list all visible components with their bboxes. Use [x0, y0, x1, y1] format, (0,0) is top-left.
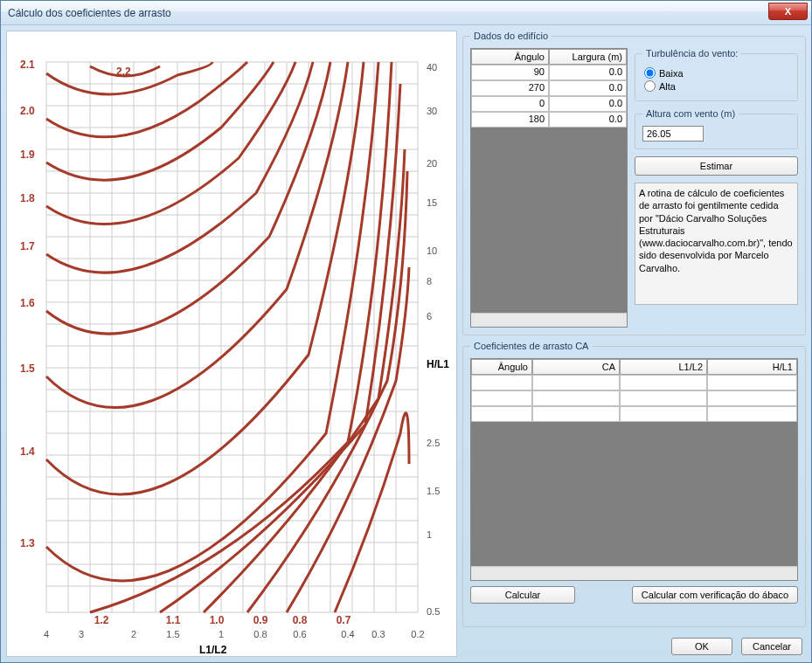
svg-text:0.8: 0.8 [293, 614, 308, 626]
svg-text:10: 10 [427, 245, 437, 256]
altura-input[interactable] [642, 126, 704, 142]
turbulencia-fieldset: Turbulência do vento: Baixa Alta [635, 48, 798, 101]
close-icon: X [785, 6, 791, 17]
svg-text:2.1: 2.1 [20, 59, 35, 71]
svg-text:20: 20 [427, 158, 437, 169]
svg-text:1.4: 1.4 [20, 445, 35, 458]
svg-text:2: 2 [131, 629, 136, 639]
svg-text:1.5: 1.5 [166, 629, 179, 639]
svg-text:15: 15 [427, 197, 437, 208]
ca-col-ca[interactable]: CA [532, 359, 620, 375]
chart-panel: 2.1 2.0 1.9 1.8 1.7 1.6 1.5 1.4 1.3 2.2 … [6, 31, 457, 657]
svg-text:30: 30 [427, 106, 437, 116]
close-button[interactable]: X [768, 3, 808, 20]
altura-legend: Altura com vento (m) [642, 108, 739, 119]
table-row [471, 375, 797, 390]
ok-button[interactable]: OK [671, 638, 732, 655]
horizontal-scrollbar[interactable] [471, 566, 797, 580]
svg-text:40: 40 [427, 62, 437, 73]
radio-baixa-label[interactable]: Baixa [644, 67, 788, 79]
table-row: 0 0.0 [471, 96, 627, 112]
dados-table[interactable]: Ângulo Largura (m) 90 0.0 270 0.0 [470, 48, 628, 328]
svg-text:6: 6 [427, 311, 432, 321]
dados-legend: Dados do edifício [470, 31, 552, 41]
svg-text:1.6: 1.6 [20, 297, 35, 309]
svg-text:1.3: 1.3 [20, 537, 35, 549]
svg-text:1: 1 [219, 629, 224, 639]
window-title: Cálculo dos coeficientes de arrasto [8, 7, 171, 19]
svg-text:2.2: 2.2 [116, 66, 131, 78]
svg-text:1.7: 1.7 [20, 240, 35, 252]
radio-baixa[interactable] [644, 67, 656, 79]
col-largura[interactable]: Largura (m) [549, 49, 627, 65]
cancel-button[interactable]: Cancelar [741, 638, 802, 655]
table-row: 270 0.0 [471, 80, 627, 96]
table-row: 180 0.0 [471, 112, 627, 128]
svg-text:1.1: 1.1 [166, 614, 181, 626]
turbulencia-legend: Turbulência do vento: [642, 48, 741, 59]
ca-legend: Coeficientes de arrasto CA [470, 341, 592, 351]
table-row: 90 0.0 [471, 65, 627, 80]
svg-text:2.0: 2.0 [20, 105, 35, 117]
table-row [471, 390, 797, 406]
drag-coefficient-chart: 2.1 2.0 1.9 1.8 1.7 1.6 1.5 1.4 1.3 2.2 … [7, 31, 456, 656]
svg-text:0.2: 0.2 [411, 629, 424, 639]
radio-alta-label[interactable]: Alta [644, 80, 788, 92]
svg-text:1.8: 1.8 [20, 192, 35, 204]
horizontal-scrollbar[interactable] [471, 313, 627, 327]
estimar-button[interactable]: Estimar [635, 156, 798, 176]
info-text-box: A rotina de cálculo de coeficientes de a… [635, 183, 798, 305]
calcular-button[interactable]: Calcular [470, 586, 575, 604]
svg-text:1.0: 1.0 [210, 614, 225, 626]
svg-text:8: 8 [427, 276, 432, 287]
svg-text:2.5: 2.5 [427, 438, 440, 448]
altura-fieldset: Altura com vento (m) [635, 108, 798, 149]
svg-text:1.9: 1.9 [20, 148, 35, 161]
svg-text:0.5: 0.5 [427, 606, 440, 617]
svg-text:1.2: 1.2 [94, 614, 109, 626]
dados-edificio-fieldset: Dados do edifício Ângulo Largura (m) 90 … [462, 31, 806, 335]
radio-alta[interactable] [644, 80, 656, 92]
y-axis-label: H/L1 [427, 358, 449, 370]
svg-text:1: 1 [427, 529, 432, 540]
table-row [471, 406, 797, 422]
ca-col-hl1[interactable]: H/L1 [707, 359, 797, 375]
svg-text:0.6: 0.6 [293, 629, 306, 639]
ca-col-l1l2[interactable]: L1/L2 [620, 359, 707, 375]
coeficientes-ca-fieldset: Coeficientes de arrasto CA Ângulo CA L1/… [462, 341, 806, 627]
svg-text:1.5: 1.5 [427, 486, 440, 496]
calcular-verificacao-button[interactable]: Calcular com verificação do ábaco [632, 586, 798, 604]
svg-text:4: 4 [44, 629, 49, 639]
ca-table[interactable]: Ângulo CA L1/L2 H/L1 [470, 358, 798, 581]
ca-col-angulo[interactable]: Ângulo [471, 359, 532, 375]
col-angulo[interactable]: Ângulo [471, 49, 549, 65]
svg-text:0.9: 0.9 [253, 614, 268, 626]
svg-text:0.3: 0.3 [371, 629, 385, 639]
titlebar: Cálculo dos coeficientes de arrasto X [1, 1, 811, 25]
x-axis-label: L1/L2 [199, 644, 227, 656]
svg-text:0.7: 0.7 [337, 614, 351, 626]
svg-text:0.8: 0.8 [253, 629, 267, 639]
svg-text:3: 3 [79, 629, 84, 639]
svg-text:1.5: 1.5 [20, 363, 35, 375]
svg-text:0.4: 0.4 [341, 629, 354, 639]
